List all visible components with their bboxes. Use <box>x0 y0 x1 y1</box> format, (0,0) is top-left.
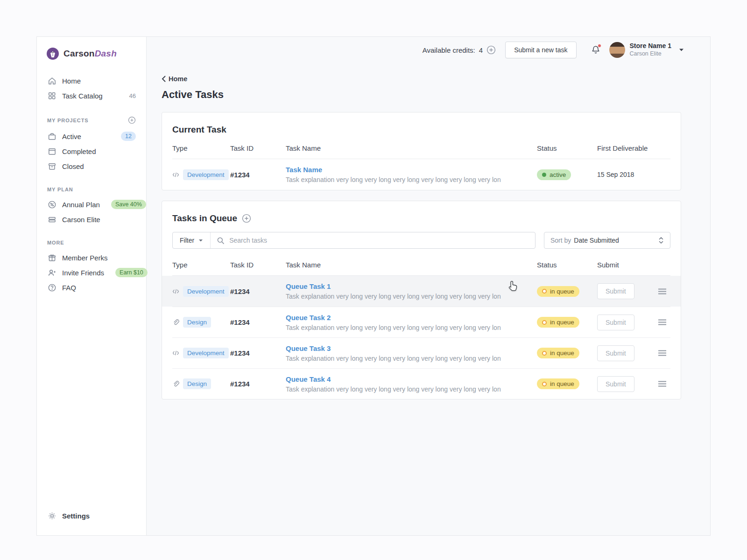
filter-button[interactable]: Filter <box>173 232 211 248</box>
logo[interactable]: CarsonDash <box>37 37 146 63</box>
chevron-left-icon <box>162 76 166 82</box>
sidebar-item-label: Completed <box>62 147 96 155</box>
task-name-link[interactable]: Queue Task 1 <box>286 282 523 290</box>
queue-row[interactable]: Development #1234 Queue Task 3 Task expl… <box>172 337 670 368</box>
percent-icon <box>47 200 56 209</box>
submit-task-button[interactable]: Submit <box>597 345 634 361</box>
my-projects-section-head: MY PROJECTS <box>37 116 146 124</box>
add-credits-icon[interactable] <box>486 45 496 55</box>
sidebar-item-annual-plan[interactable]: Annual Plan Save 40% <box>37 197 146 212</box>
status-dot <box>542 351 547 356</box>
col-task-id: Task ID <box>230 144 286 152</box>
col-task-name: Task Name <box>286 261 537 269</box>
type-badge: Design <box>183 317 211 328</box>
sidebar: CarsonDash Home Task Catalog 46 MY PROJE… <box>37 37 147 535</box>
task-explanation: Task explanation very long very long ver… <box>286 385 523 393</box>
credits-value: 4 <box>479 46 483 54</box>
sidebar-item-settings[interactable]: Settings <box>37 508 146 523</box>
status-dot <box>542 173 546 177</box>
brand-secondary: Dash <box>95 49 117 58</box>
section-title-more: MORE <box>47 240 64 245</box>
status-badge-in-queue: in queue <box>537 286 579 297</box>
status-dot <box>542 382 547 386</box>
sidebar-item-member-perks[interactable]: Member Perks <box>37 250 146 265</box>
drag-handle-icon[interactable] <box>658 288 667 294</box>
submit-task-button[interactable]: Submit <box>597 376 634 392</box>
credits-label: Available credits: <box>423 46 475 54</box>
notifications-bell-icon[interactable] <box>591 45 601 55</box>
submit-task-button[interactable]: Submit <box>597 283 634 299</box>
queue-row[interactable]: Design #1234 Queue Task 4 Task explanati… <box>172 368 670 399</box>
status-dot <box>542 320 547 325</box>
earn-badge: Earn $10 <box>115 268 148 277</box>
col-status: Status <box>537 144 597 152</box>
first-deliverable-date: 15 Sep 2018 <box>597 171 670 178</box>
current-task-header-row: Type Task ID Task Name Status First Deli… <box>172 135 670 159</box>
brand-name: CarsonDash <box>63 49 117 59</box>
add-project-icon[interactable] <box>128 116 136 124</box>
drag-handle-icon[interactable] <box>658 381 667 387</box>
sidebar-item-completed[interactable]: Completed <box>37 144 146 159</box>
task-name-link[interactable]: Queue Task 4 <box>286 375 523 383</box>
sidebar-item-closed[interactable]: Closed <box>37 159 146 174</box>
queue-header-row: Type Task ID Task Name Status Submit <box>172 252 670 276</box>
archive-icon <box>47 161 56 171</box>
paperclip-icon <box>172 319 179 326</box>
task-name-link[interactable]: Task Name <box>286 166 523 174</box>
type-badge: Development <box>183 286 229 297</box>
sidebar-item-task-catalog[interactable]: Task Catalog 46 <box>37 88 146 103</box>
queue-row[interactable]: Design #1234 Queue Task 2 Task explanati… <box>172 307 670 337</box>
task-name-link[interactable]: Queue Task 2 <box>286 314 523 322</box>
gift-icon <box>47 253 56 262</box>
sidebar-item-label: Settings <box>62 512 90 520</box>
sidebar-item-faq[interactable]: FAQ <box>37 280 146 295</box>
status-badge-in-queue: in queue <box>537 317 579 328</box>
sidebar-item-home[interactable]: Home <box>37 73 146 88</box>
submit-new-task-button[interactable]: Submit a new task <box>505 42 576 58</box>
main-area: Available credits: 4 Submit a new task S… <box>147 37 710 535</box>
task-id: #1234 <box>230 380 286 388</box>
paperclip-icon <box>172 380 179 387</box>
app-window: CarsonDash Home Task Catalog 46 MY PROJE… <box>36 36 711 536</box>
status-badge-active: active <box>537 169 571 180</box>
col-task-name: Task Name <box>286 144 537 152</box>
save-badge: Save 40% <box>111 200 146 209</box>
notification-dot <box>598 44 601 48</box>
section-title-my-projects: MY PROJECTS <box>47 118 89 123</box>
question-icon <box>47 283 56 292</box>
search-input[interactable] <box>229 237 529 244</box>
sort-select[interactable]: Sort by Date Submitted <box>544 232 670 249</box>
home-icon <box>47 76 56 85</box>
gear-icon <box>47 511 56 520</box>
sidebar-item-invite-friends[interactable]: Invite Friends Earn $10 <box>37 265 146 280</box>
task-explanation: Task explanation very long very long ver… <box>286 355 523 362</box>
queue-title: Tasks in Queue <box>172 213 237 224</box>
filter-label: Filter <box>180 237 194 244</box>
sidebar-item-label: Carson Elite <box>62 216 100 224</box>
avatar[interactable] <box>609 42 625 58</box>
sidebar-item-label: Closed <box>62 162 84 170</box>
account-caret-icon[interactable] <box>679 48 684 52</box>
queue-row[interactable]: Development #1234 Queue Task 1 Task expl… <box>162 276 681 307</box>
task-name-link[interactable]: Queue Task 3 <box>286 344 523 352</box>
sort-updown-icon <box>658 237 664 244</box>
task-explanation: Task explanation very long very long ver… <box>286 293 523 300</box>
col-type: Type <box>172 261 230 269</box>
more-section-head: MORE <box>37 240 146 245</box>
sidebar-item-carson-elite[interactable]: Carson Elite <box>37 212 146 227</box>
add-task-icon[interactable] <box>242 214 251 223</box>
type-badge: Design <box>183 378 211 389</box>
drag-handle-icon[interactable] <box>658 350 667 356</box>
grid-icon <box>47 91 56 100</box>
breadcrumb[interactable]: Home <box>162 75 187 83</box>
content: Home Active Tasks Current Task Type Task… <box>147 63 681 410</box>
col-type: Type <box>172 144 230 152</box>
filter-search-group: Filter <box>172 232 536 249</box>
sidebar-item-active[interactable]: Active 12 <box>37 129 146 144</box>
col-task-id: Task ID <box>230 261 286 269</box>
account-menu[interactable]: Store Name 1 Carson Elite <box>630 42 671 57</box>
drag-handle-icon[interactable] <box>658 319 667 325</box>
breadcrumb-label: Home <box>169 75 187 83</box>
submit-task-button[interactable]: Submit <box>597 315 634 330</box>
sidebar-item-label: FAQ <box>62 284 76 292</box>
